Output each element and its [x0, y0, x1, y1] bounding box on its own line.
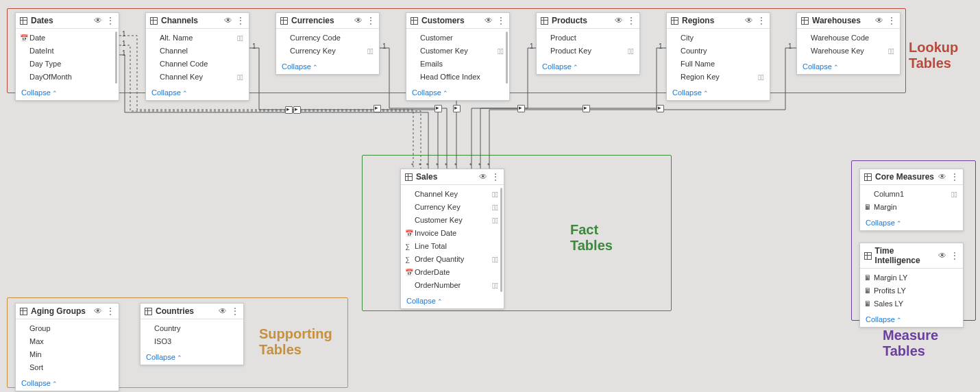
table-title: Sales [416, 172, 437, 182]
visibility-icon[interactable]: 👁 [485, 16, 493, 25]
collapse-link[interactable]: Collapse [406, 86, 509, 100]
more-options-icon[interactable]: ⋮ [106, 16, 114, 25]
scrollbar[interactable] [115, 32, 117, 84]
field[interactable]: Warehouse Key👁̸ [797, 45, 900, 58]
field[interactable]: Group [16, 322, 119, 335]
table-icon [411, 17, 418, 25]
table-sales[interactable]: Sales 👁⋮ Channel Key👁̸ Currency Key👁̸ Cu… [400, 169, 504, 309]
field[interactable]: ∑Line Total [401, 240, 504, 253]
field[interactable]: Channel Key👁̸ [146, 71, 249, 84]
visibility-icon[interactable]: 👁 [479, 173, 487, 181]
collapse-link[interactable]: Collapse [860, 313, 963, 327]
field[interactable]: 📅Date [16, 32, 119, 45]
field[interactable]: Max [16, 335, 119, 348]
field[interactable]: Customer Key👁̸ [401, 214, 504, 227]
more-options-icon[interactable]: ⋮ [236, 16, 245, 25]
table-warehouses[interactable]: Warehouses 👁⋮ Warehouse Code Warehouse K… [796, 12, 901, 75]
field[interactable]: Emails [406, 58, 509, 71]
table-time-intelligence[interactable]: Time Intelligence 👁⋮ 🖩Margin LY 🖩Profits… [859, 243, 964, 328]
visibility-icon[interactable]: 👁 [938, 173, 946, 181]
field[interactable]: 🖩Margin LY [860, 271, 963, 284]
more-options-icon[interactable]: ⋮ [231, 307, 239, 315]
more-options-icon[interactable]: ⋮ [951, 173, 959, 181]
more-options-icon[interactable]: ⋮ [367, 16, 375, 25]
field[interactable]: Alt. Name👁̸ [146, 32, 249, 45]
field[interactable]: Min [16, 348, 119, 361]
field[interactable]: 📅Invoice Date [401, 227, 504, 240]
field[interactable]: Column1👁̸ [860, 188, 963, 201]
field[interactable]: ISO3 [140, 335, 243, 348]
table-dates[interactable]: Dates 👁⋮ 📅Date DateInt Day Type DayOfMon… [15, 12, 119, 101]
field[interactable]: 🖩Margin [860, 201, 963, 214]
field[interactable]: Channel [146, 45, 249, 58]
more-options-icon[interactable]: ⋮ [497, 16, 505, 25]
field[interactable]: Currency Key👁̸ [276, 45, 379, 58]
field[interactable]: 🖩Sales LY [860, 297, 963, 310]
hidden-icon: 👁̸ [888, 47, 894, 56]
visibility-icon[interactable]: 👁 [94, 16, 102, 25]
field[interactable]: Country [667, 45, 770, 58]
collapse-link[interactable]: Collapse [276, 60, 379, 74]
visibility-icon[interactable]: 👁 [94, 307, 102, 315]
more-options-icon[interactable]: ⋮ [491, 173, 500, 181]
field[interactable]: Head Office Index [406, 71, 509, 84]
field[interactable]: DayOfMonth [16, 71, 119, 84]
collapse-link[interactable]: Collapse [401, 295, 504, 308]
visibility-icon[interactable]: 👁 [875, 16, 883, 25]
fact-group-label: FactTables [570, 222, 613, 254]
visibility-icon[interactable]: 👁 [745, 16, 753, 25]
table-currencies[interactable]: Currencies 👁⋮ Currency Code Currency Key… [275, 12, 380, 75]
field[interactable]: Warehouse Code [797, 32, 900, 45]
table-customers[interactable]: Customers 👁⋮ Customer Customer Key👁̸ Ema… [406, 12, 510, 101]
more-options-icon[interactable]: ⋮ [106, 307, 114, 315]
collapse-link[interactable]: Collapse [860, 217, 963, 230]
field[interactable]: Currency Key👁̸ [401, 201, 504, 214]
field[interactable]: Day Type [16, 58, 119, 71]
collapse-link[interactable]: Collapse [146, 86, 249, 100]
visibility-icon[interactable]: 👁 [354, 16, 363, 25]
scrollbar[interactable] [500, 188, 502, 292]
table-products[interactable]: Products 👁⋮ Product Product Key👁̸ Collap… [536, 12, 640, 75]
field[interactable]: Full Name [667, 58, 770, 71]
table-countries[interactable]: Countries 👁⋮ Country ISO3 Collapse [140, 303, 244, 365]
table-title: Core Measures [875, 172, 934, 182]
field[interactable]: Customer Key👁̸ [406, 45, 509, 58]
table-aging-groups[interactable]: Aging Groups 👁⋮ Group Max Min Sort Colla… [15, 303, 119, 391]
more-options-icon[interactable]: ⋮ [887, 16, 896, 25]
visibility-icon[interactable]: 👁 [938, 252, 946, 260]
table-channels[interactable]: Channels 👁⋮ Alt. Name👁̸ Channel Channel … [145, 12, 249, 101]
more-options-icon[interactable]: ⋮ [951, 252, 959, 260]
visibility-icon[interactable]: 👁 [219, 307, 227, 315]
field[interactable]: DateInt [16, 45, 119, 58]
collapse-link[interactable]: Collapse [16, 377, 119, 391]
collapse-link[interactable]: Collapse [16, 86, 119, 100]
table-icon [280, 17, 288, 25]
field[interactable]: Customer [406, 32, 509, 45]
field[interactable]: OrderNumber👁̸ [401, 279, 504, 292]
collapse-link[interactable]: Collapse [667, 86, 770, 100]
table-regions[interactable]: Regions 👁⋮ City Country Full Name Region… [666, 12, 770, 101]
field[interactable]: 📅OrderDate [401, 266, 504, 279]
collapse-link[interactable]: Collapse [140, 351, 243, 365]
visibility-icon[interactable]: 👁 [615, 16, 623, 25]
field[interactable]: Region Key👁̸ [667, 71, 770, 84]
collapse-link[interactable]: Collapse [797, 60, 900, 74]
field[interactable]: ∑Order Quantity👁̸ [401, 253, 504, 266]
field[interactable]: Channel Code [146, 58, 249, 71]
visibility-icon[interactable]: 👁 [224, 16, 232, 25]
field[interactable]: Product [537, 32, 639, 45]
more-options-icon[interactable]: ⋮ [757, 16, 765, 25]
model-canvas[interactable]: LookupTables FactTables SupportingTables… [0, 0, 980, 392]
table-core-measures[interactable]: Core Measures 👁⋮ Column1👁̸ 🖩Margin Colla… [859, 169, 964, 231]
field[interactable]: Country [140, 322, 243, 335]
field[interactable]: Sort [16, 361, 119, 374]
field[interactable]: 🖩Profits LY [860, 284, 963, 297]
collapse-link[interactable]: Collapse [537, 60, 639, 74]
field[interactable]: Currency Code [276, 32, 379, 45]
field[interactable]: Product Key👁̸ [537, 45, 639, 58]
table-icon [405, 173, 413, 181]
scrollbar[interactable] [506, 32, 508, 84]
field[interactable]: Channel Key👁̸ [401, 188, 504, 201]
field[interactable]: City [667, 32, 770, 45]
more-options-icon[interactable]: ⋮ [627, 16, 635, 25]
